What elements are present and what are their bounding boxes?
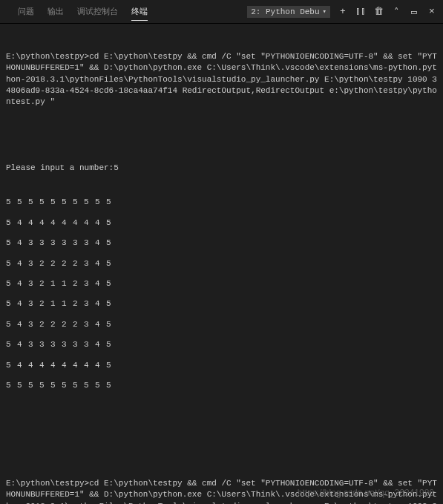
output-row: 5433333345 (6, 238, 437, 249)
chevron-up-icon[interactable]: ˄ (391, 6, 401, 18)
output-row: 5432222345 (6, 258, 437, 269)
output-row: 5555555555 (6, 197, 437, 208)
tab-debug-console[interactable]: 调试控制台 (77, 3, 118, 21)
close-icon[interactable]: × (427, 6, 437, 17)
output-row: 5444444445 (6, 360, 437, 371)
panel-header-actions: 2: Python Debu + ⫿⫿ 🗑 ˄ ▭ × (247, 6, 437, 18)
output-row: 5444444445 (6, 217, 437, 229)
output-row: 5555555555 (6, 380, 437, 391)
tab-output[interactable]: 输出 (47, 3, 64, 21)
output-row: 5432112345 (6, 278, 437, 289)
split-icon[interactable]: ⫿⫿ (355, 6, 366, 17)
panel-header: 问题 输出 调试控制台 终端 2: Python Debu + ⫿⫿ 🗑 ˄ ▭… (0, 0, 443, 24)
terminal-output[interactable]: E:\python\testpy>cd E:\python\testpy && … (0, 24, 443, 504)
output-row: 5432222345 (6, 319, 437, 330)
plus-icon[interactable]: + (338, 6, 348, 17)
input-prompt: Please input a number:5 (6, 163, 437, 174)
output-row: 5432112345 (6, 298, 437, 310)
terminal-selector-dropdown[interactable]: 2: Python Debu (247, 6, 330, 18)
trash-icon[interactable]: 🗑 (373, 6, 384, 17)
maximize-icon[interactable]: ▭ (409, 6, 419, 18)
output-row: 5433333345 (6, 339, 437, 350)
tab-terminal[interactable]: 终端 (131, 3, 148, 21)
panel-tabs: 问题 输出 调试控制台 终端 (6, 3, 148, 21)
command-line: E:\python\testpy>cd E:\python\testpy && … (6, 51, 437, 108)
watermark: https://blog.csdn.net/qq_36241986 (298, 488, 434, 498)
tab-problems[interactable]: 问题 (18, 3, 34, 21)
output-grid-1: 5555555555544444444554333333455432222345… (6, 197, 437, 391)
